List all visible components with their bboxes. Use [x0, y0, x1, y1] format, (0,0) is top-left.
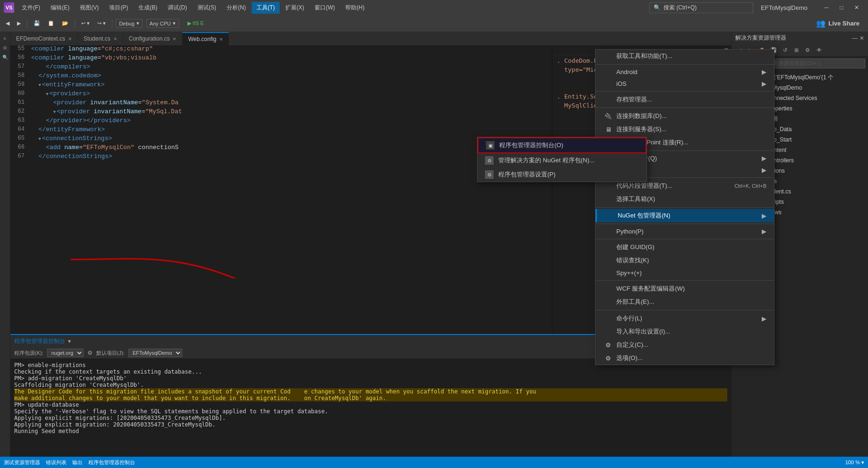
- menu-python[interactable]: Python(P) ▶: [596, 226, 774, 237]
- menu-analyze[interactable]: 分析(N): [222, 2, 251, 14]
- save-all-button[interactable]: 📋: [45, 19, 57, 28]
- menu-cmdline[interactable]: 命令行(L) ▶: [596, 312, 774, 325]
- nuget-manage-solution[interactable]: ⚙ 管理解决方案的 NuGet 程序包(N)...: [477, 153, 647, 167]
- menu-tools[interactable]: 工具(T): [252, 2, 280, 14]
- title-bar: VS 文件(F) 编辑(E) 视图(V) 项目(P) 生成(B) 调试(D) 测…: [0, 0, 868, 15]
- menu-external-tools[interactable]: 外部工具(E)...: [596, 295, 774, 309]
- package-console-output[interactable]: PM> enable-migrations Checking if the co…: [10, 359, 731, 457]
- solution-explorer-title: 解决方案资源管理器: [735, 34, 786, 42]
- maximize-button[interactable]: □: [834, 0, 849, 15]
- debug-mode-dropdown[interactable]: Debug ▾: [116, 19, 142, 28]
- menu-help[interactable]: 帮助(H): [340, 2, 369, 14]
- menu-import-export[interactable]: 导入和导出设置(I)...: [596, 325, 774, 338]
- sol-refresh-btn[interactable]: ↺: [780, 45, 790, 55]
- menu-test[interactable]: 测试(S): [193, 2, 221, 14]
- panel-header-label[interactable]: 程序包管理器控制台: [14, 337, 65, 345]
- menu-build[interactable]: 生成(B): [134, 2, 162, 14]
- forward-button[interactable]: ▶: [14, 19, 24, 28]
- close-button[interactable]: ✕: [849, 0, 864, 15]
- menu-extensions[interactable]: 扩展(X): [281, 2, 309, 14]
- menu-errlookuop[interactable]: 错误查找(K): [596, 254, 774, 267]
- tab-student[interactable]: Student.cs ✕: [78, 32, 123, 45]
- tab-webconfig-label: Web.config: [188, 36, 216, 42]
- menu-options-label: 选项(O)...: [616, 354, 643, 362]
- tab-config[interactable]: Configuration.cs ✕: [123, 32, 183, 45]
- menu-android[interactable]: Android ▶: [596, 66, 774, 78]
- menu-import-export-label: 导入和导出设置(I)...: [616, 327, 670, 336]
- menu-toolbox-label: 选择工具箱(X): [616, 195, 655, 203]
- menu-window[interactable]: 窗口(W): [310, 2, 340, 14]
- menu-connect-server[interactable]: 🖥 连接到服务器(S)...: [596, 123, 774, 136]
- console-line-2: Checking if the context targets an exist…: [14, 368, 727, 375]
- sol-preview-btn[interactable]: 👁: [814, 45, 824, 55]
- menu-guid-label: 创建 GUID(G): [616, 243, 655, 251]
- header-minimize-icon[interactable]: —: [852, 35, 858, 42]
- sidebar-icon-2[interactable]: ⚙: [1, 43, 9, 52]
- source-label: 程序包源(K):: [14, 350, 43, 357]
- package-source-dropdown[interactable]: nuget.org: [47, 349, 84, 357]
- sidebar-icon-3[interactable]: 🔍: [1, 53, 9, 61]
- menu-get-tools[interactable]: 获取工具和功能(T)...: [596, 50, 774, 63]
- tab-webconfig-close[interactable]: ✕: [219, 37, 223, 42]
- menu-project[interactable]: 项目(P): [104, 2, 133, 14]
- default-project-dropdown[interactable]: EFToMysqlDemo: [128, 349, 182, 357]
- code-editor[interactable]: 55 <compiler language="c#;cs;csharp" 56 …: [10, 45, 552, 334]
- menu-wcf[interactable]: WCF 服务配置编辑器(W): [596, 282, 774, 295]
- toolbar-separator-1: [27, 19, 27, 28]
- tab-config-close[interactable]: ✕: [172, 36, 176, 42]
- platform-dropdown[interactable]: Any CPU ▾: [146, 19, 179, 28]
- menu-edit[interactable]: 编辑(E): [46, 2, 74, 14]
- status-test-explorer[interactable]: 测试资源管理器: [4, 459, 40, 466]
- menu-spy[interactable]: Spy++(+): [596, 267, 774, 279]
- menu-toolbox[interactable]: 选择工具箱(X): [596, 192, 774, 206]
- panel-header-arrow: ▼: [67, 339, 72, 344]
- menu-ios[interactable]: iOS ▶: [596, 78, 774, 90]
- settings-icon[interactable]: ⚙: [87, 350, 93, 356]
- tab-efdemoctx[interactable]: EFDemoContext.cs ✕: [10, 32, 78, 45]
- menu-nuget[interactable]: NuGet 包管理器(N) ▶: [596, 209, 774, 222]
- save-button[interactable]: 💾: [31, 19, 43, 28]
- global-search[interactable]: 🔍 搜索 (Ctrl+Q): [649, 2, 753, 13]
- search-icon: 🔍: [654, 4, 661, 11]
- live-share-button[interactable]: 👥 Live Share: [810, 17, 865, 30]
- minimize-button[interactable]: ─: [819, 0, 834, 15]
- menu-view[interactable]: 视图(V): [75, 2, 103, 14]
- nuget-arrow: ▶: [762, 212, 766, 219]
- menu-connect-db[interactable]: 🔌 连接到数据库(D)...: [596, 109, 774, 123]
- nuget-submenu: ▣ 程序包管理器控制台(O) ⚙ 管理解决方案的 NuGet 程序包(N)...…: [477, 137, 647, 182]
- nuget-pkg-console[interactable]: ▣ 程序包管理器控制台(O): [477, 137, 647, 153]
- console-line-4: Scaffolding migration 'CreateMysqlDb'.: [14, 382, 727, 388]
- nuget-settings-icon: ⚙: [485, 170, 494, 179]
- tab-webconfig[interactable]: Web.config ✕: [182, 32, 229, 45]
- header-close-icon[interactable]: ✕: [859, 35, 864, 42]
- menu-customize[interactable]: ⚙ 自定义(C)...: [596, 338, 774, 351]
- open-file-button[interactable]: 📂: [59, 19, 71, 28]
- menu-options[interactable]: ⚙ 选项(O)...: [596, 351, 774, 365]
- run-button[interactable]: ▶ IIS E: [185, 19, 207, 28]
- live-share-icon: 👥: [816, 19, 825, 28]
- menu-sep-3: [596, 108, 774, 108]
- menu-sep-1: [596, 64, 774, 65]
- status-pkg-console[interactable]: 程序包管理器控制台: [88, 459, 135, 466]
- status-output[interactable]: 输出: [72, 459, 83, 466]
- tab-efdemoctx-close[interactable]: ✕: [68, 36, 72, 42]
- tab-student-close[interactable]: ✕: [113, 36, 117, 42]
- status-zoom[interactable]: 100 % ▾: [845, 460, 864, 466]
- menu-debug[interactable]: 调试(D): [163, 2, 192, 14]
- redo-button[interactable]: ↪ ▾: [94, 19, 109, 28]
- status-error-list[interactable]: 错误列表: [46, 459, 67, 466]
- code-line-66: 66 <add name="EFToMysqlCon" connectionS: [10, 144, 552, 153]
- sol-settings-btn[interactable]: ⚙: [802, 45, 813, 55]
- menu-file[interactable]: 文件(F): [17, 2, 45, 14]
- back-button[interactable]: ◀: [3, 19, 12, 28]
- menu-archive[interactable]: 存档管理器...: [596, 93, 774, 106]
- debug-mode-arrow: ▾: [136, 20, 139, 26]
- nuget-settings[interactable]: ⚙ 程序包管理器设置(P): [477, 167, 647, 182]
- sidebar-icon-1[interactable]: ≡: [1, 34, 9, 42]
- toolbar: ◀ ▶ 💾 📋 📂 ↩ ▾ ↪ ▾ Debug ▾ Any CPU ▾ ▶ II…: [0, 15, 868, 32]
- console-line-6: make additional changes to your model th…: [14, 395, 727, 401]
- menu-guid[interactable]: 创建 GUID(G): [596, 241, 774, 254]
- undo-button[interactable]: ↩ ▾: [78, 19, 93, 28]
- sol-filter-btn[interactable]: ⊞: [791, 45, 801, 55]
- connect-db-icon: 🔌: [603, 113, 613, 120]
